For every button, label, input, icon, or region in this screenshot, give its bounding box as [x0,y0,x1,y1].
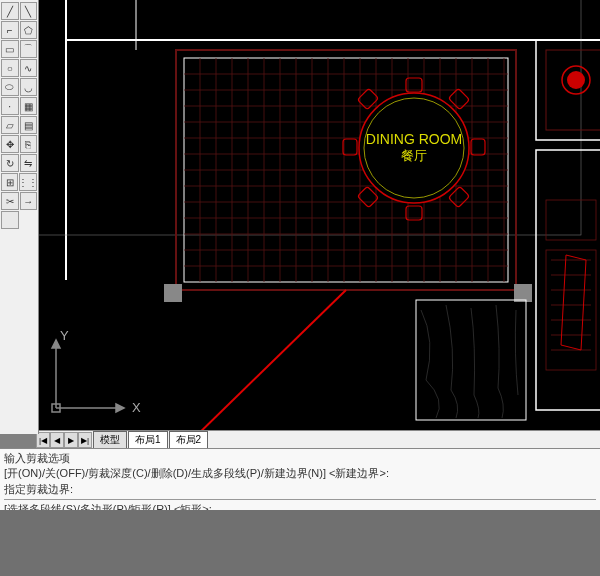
grip-handle[interactable] [514,284,532,302]
point-tool[interactable]: · [1,97,19,115]
region-tool[interactable]: ▱ [1,116,19,134]
svg-rect-50 [546,50,600,130]
move-tool[interactable]: ✥ [1,135,19,153]
table-tool[interactable]: ▤ [20,116,38,134]
svg-rect-43 [471,139,485,155]
tab-first-icon[interactable]: |◀ [36,432,50,448]
svg-rect-47 [343,139,357,155]
axis-x-label: X [132,400,141,415]
svg-rect-3 [36,0,581,235]
tab-last-icon[interactable]: ▶| [78,432,92,448]
svg-rect-53 [536,150,600,410]
ellipse-arc-tool[interactable]: ◡ [20,78,38,96]
arc-tool[interactable]: ⌒ [20,40,38,58]
circle-tool[interactable]: ○ [1,59,19,77]
svg-point-52 [567,71,585,89]
polygon-tool[interactable]: ⬠ [20,21,38,39]
status-area [0,510,600,576]
annotation-arrow [151,290,346,430]
construction-line-tool[interactable]: ╲ [20,2,38,20]
command-window[interactable]: 输入剪裁选项 [开(ON)/关(OFF)/剪裁深度(C)/删除(D)/生成多段线… [0,448,600,515]
line-tool[interactable]: ╱ [1,2,19,20]
rotate-tool[interactable]: ↻ [1,154,19,172]
tab-model[interactable]: 模型 [93,431,127,449]
svg-rect-46 [357,186,378,207]
svg-rect-54 [546,200,596,240]
room-label-zh: 餐厅 [401,148,427,163]
ellipse-tool[interactable]: ⬭ [1,78,19,96]
copy-tool[interactable]: ⎘ [20,135,38,153]
mirror-tool[interactable]: ⇋ [20,154,38,172]
trim-tool[interactable]: ✂ [1,192,19,210]
blank-tool[interactable] [1,211,19,229]
hatch-tool[interactable]: ▦ [20,97,38,115]
command-history-line: 输入剪裁选项 [4,451,596,466]
svg-marker-67 [52,340,60,348]
rectangle-tool[interactable]: ▭ [1,40,19,58]
room-label-en: DINING ROOM [366,131,462,147]
drawing-canvas[interactable]: DINING ROOM 餐厅 X Y [36,0,600,430]
axis-y-label: Y [60,328,69,343]
svg-rect-0 [66,0,600,40]
tab-layout1[interactable]: 布局1 [128,431,168,449]
command-history-line: 指定剪裁边界: [4,482,596,497]
grip-handle[interactable] [164,284,182,302]
extend-tool[interactable]: → [20,192,38,210]
tab-layout2[interactable]: 布局2 [169,431,209,449]
tab-next-icon[interactable]: ▶ [64,432,78,448]
offset-tool[interactable]: ⊞ [1,173,18,191]
svg-marker-65 [116,404,124,412]
layout-tabs: |◀ ◀ ▶ ▶| 模型 布局1 布局2 [36,430,600,449]
svg-rect-42 [448,88,469,109]
svg-rect-48 [357,88,378,109]
svg-rect-63 [416,300,526,420]
draw-toolbar: ╱╲ ⌐⬠ ▭⌒ ○∿ ⬭◡ ·▦ ▱▤ ✥⎘ ↻⇋ ⊞⋮⋮ ✂→ [0,0,39,434]
spline-tool[interactable]: ∿ [20,59,38,77]
svg-rect-44 [448,186,469,207]
polyline-tool[interactable]: ⌐ [1,21,19,39]
tab-prev-icon[interactable]: ◀ [50,432,64,448]
command-history-line: [开(ON)/关(OFF)/剪裁深度(C)/删除(D)/生成多段线(P)/新建边… [4,466,596,481]
array-tool[interactable]: ⋮⋮ [19,173,37,191]
svg-rect-55 [546,250,596,370]
ucs-icon [52,340,124,412]
